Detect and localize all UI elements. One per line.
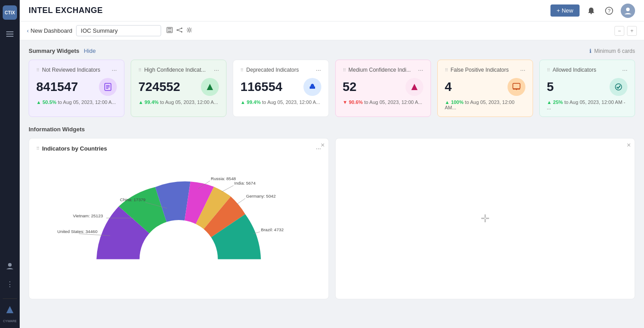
trend-arrow-medium-confidence: ▼ 90.6% (343, 99, 363, 105)
widget-title-row-medium-confidence: ⠿ Medium Confidence Indi... (343, 67, 411, 73)
sidebar-user-icon[interactable] (3, 259, 17, 273)
widget-false-positive: ⠿ False Positive Indicators ··· 4 ▲ 100%… (437, 60, 533, 117)
svg-rect-2 (6, 36, 13, 37)
widget-icon-deprecated (303, 78, 321, 96)
topbar-actions: + New ? (550, 4, 635, 18)
widget-header-medium-confidence: ⠿ Medium Confidence Indi... ··· (343, 66, 423, 73)
chart-widget-close[interactable]: ✕ (320, 142, 325, 148)
svg-marker-4 (6, 306, 13, 313)
countries-chart: China: 17379 Russia: 8548 India: 5674 Ge… (36, 157, 321, 283)
topbar: INTEL EXCHANGE + New ? (20, 0, 644, 22)
widget-deprecated: ⠿ Deprecated Indicators ··· 116554 ▲ 99.… (233, 60, 328, 117)
hide-button[interactable]: Hide (84, 47, 96, 54)
summary-section-title: Summary Widgets (29, 47, 79, 54)
cyware-label: CYWARE (3, 319, 17, 323)
drag-handle-allowed[interactable]: ⠿ (547, 68, 550, 73)
svg-text:United States: 34460: United States: 34460 (57, 229, 98, 234)
widget-menu-not-reviewed[interactable]: ··· (112, 66, 117, 73)
trend-arrow-not-reviewed: ▲ 50.5% (36, 99, 56, 105)
svg-line-15 (177, 28, 182, 30)
widget-title-false-positive: False Positive Indicators (451, 67, 509, 73)
widget-icon-false-positive (508, 78, 525, 96)
widget-body-allowed: 5 (547, 78, 627, 96)
widget-menu-deprecated[interactable]: ··· (316, 66, 321, 73)
trend-arrow-false-positive: ▲ 100% (445, 99, 464, 105)
widget-footer-medium-confidence: ▼ 90.6% to Aug 05, 2023, 12:00 A... (343, 99, 423, 105)
widget-body-high-confidence: 724552 (138, 78, 219, 96)
widget-allowed: ⠿ Allowed Indicators ··· 5 ▲ 25% to Aug … (539, 60, 635, 117)
widget-icon-not-reviewed (99, 78, 117, 96)
dashboard-name-input[interactable] (76, 25, 161, 36)
widget-footer-allowed: ▲ 25% to Aug 05, 2023, 12:00 AM - ... (547, 99, 627, 110)
widget-footer-not-reviewed: ▲ 50.5% to Aug 05, 2023, 12:00 A... (36, 99, 117, 105)
share-dashboard-icon[interactable] (176, 27, 183, 35)
svg-marker-22 (207, 84, 213, 90)
help-icon[interactable]: ? (603, 4, 615, 17)
drag-handle-not-reviewed[interactable]: ⠿ (36, 68, 39, 73)
drag-handle-medium-confidence[interactable]: ⠿ (343, 68, 346, 73)
widget-body-medium-confidence: 52 (343, 78, 423, 96)
svg-text:Vietnam: 25123: Vietnam: 25123 (73, 213, 103, 218)
back-button[interactable]: ‹ New Dashboard (27, 27, 73, 34)
chart-title-row: ⠿ Indicators by Countries (36, 145, 107, 152)
widget-title-row-high-confidence: ⠿ High Confidence Indicat... (138, 67, 205, 73)
widget-value-deprecated: 116554 (240, 80, 282, 94)
svg-marker-23 (411, 84, 418, 90)
sub-toolbar-right: − + (614, 26, 637, 36)
widget-not-reviewed: ⠿ Not Reviewed Indicators ··· 841547 ▲ 5… (29, 60, 124, 117)
chart-drag-handle[interactable]: ⠿ (36, 146, 39, 151)
drag-handle-deprecated[interactable]: ⠿ (240, 68, 243, 73)
svg-text:China: 17379: China: 17379 (120, 197, 145, 202)
sub-toolbar: ‹ New Dashboard − + (20, 22, 644, 40)
drag-handle-false-positive[interactable]: ⠿ (445, 68, 448, 73)
minimize-button[interactable]: − (614, 26, 624, 36)
widget-menu-medium-confidence[interactable]: ··· (418, 66, 423, 73)
svg-text:Russia: 8548: Russia: 8548 (211, 176, 236, 181)
crosshair-icon: ✛ (481, 212, 490, 225)
widget-footer-false-positive: ▲ 100% to Aug 05, 2023, 12:00 AM... (445, 99, 525, 110)
widget-icon-medium-confidence (405, 78, 423, 96)
svg-rect-5 (591, 13, 592, 14)
empty-widget-close[interactable]: ✕ (627, 142, 631, 148)
svg-rect-11 (168, 30, 171, 32)
svg-point-17 (188, 29, 190, 31)
chart-widget-header: ⠿ Indicators by Countries ··· (36, 145, 321, 152)
widget-body-deprecated: 116554 (240, 78, 321, 96)
svg-point-27 (615, 84, 622, 90)
widget-title-deprecated: Deprecated Indicators (246, 67, 299, 73)
svg-text:Germany: 5042: Germany: 5042 (246, 194, 276, 199)
chart-title: Indicators by Countries (42, 145, 107, 152)
new-button[interactable]: + New (550, 4, 580, 17)
app-title: INTEL EXCHANGE (29, 6, 103, 15)
widget-menu-high-confidence[interactable]: ··· (214, 66, 219, 73)
maximize-button[interactable]: + (627, 26, 637, 36)
empty-widget: ✕ ✛ (335, 138, 635, 299)
drag-handle-high-confidence[interactable]: ⠿ (138, 68, 141, 73)
svg-rect-1 (6, 34, 13, 35)
widget-high-confidence: ⠿ High Confidence Indicat... ··· 724552 … (131, 60, 226, 117)
info-icon: ℹ (589, 48, 592, 54)
settings-dashboard-icon[interactable] (186, 27, 192, 35)
sidebar-more-icon[interactable]: ⋮ (3, 277, 17, 291)
widget-icon-allowed (610, 78, 627, 96)
svg-text:Brazil: 4732: Brazil: 4732 (261, 227, 284, 232)
user-avatar[interactable] (621, 4, 635, 18)
widget-header-high-confidence: ⠿ High Confidence Indicat... ··· (138, 66, 219, 73)
trend-arrow-high-confidence: ▲ 99.4% (138, 99, 158, 105)
widget-header-false-positive: ⠿ False Positive Indicators ··· (445, 66, 525, 73)
widget-title-medium-confidence: Medium Confidence Indi... (349, 67, 411, 73)
svg-line-16 (177, 30, 182, 32)
save-dashboard-icon[interactable] (166, 27, 173, 35)
new-dashboard-label: New Dashboard (30, 27, 72, 34)
widget-title-row-allowed: ⠿ Allowed Indicators (547, 67, 596, 73)
widget-menu-allowed[interactable]: ··· (622, 66, 627, 73)
sidebar-menu-icon[interactable] (3, 27, 17, 41)
svg-rect-10 (168, 27, 171, 30)
widget-header-allowed: ⠿ Allowed Indicators ··· (547, 66, 627, 73)
sidebar-cyware-logo (3, 302, 17, 317)
app-logo[interactable]: CTIX (3, 5, 17, 20)
notifications-icon[interactable] (585, 4, 597, 17)
widget-title-row-false-positive: ⠿ False Positive Indicators (445, 67, 509, 73)
svg-text:?: ? (608, 8, 610, 13)
widget-menu-false-positive[interactable]: ··· (520, 66, 525, 73)
